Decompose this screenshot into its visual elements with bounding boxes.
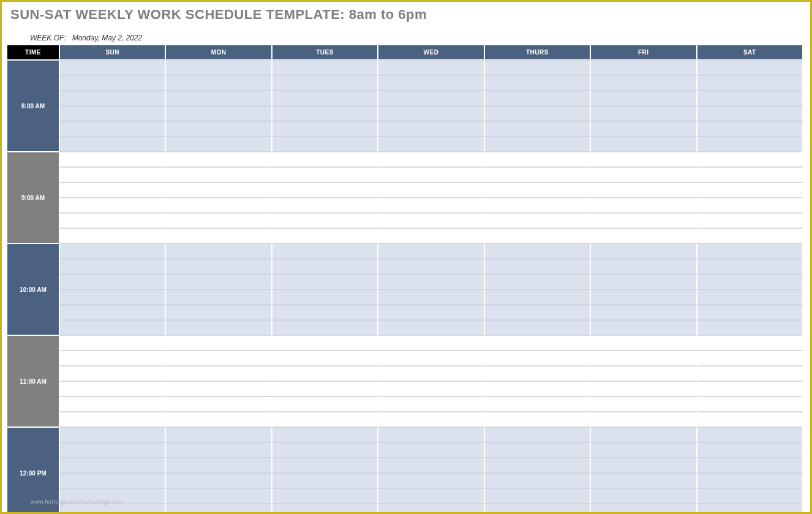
schedule-cell[interactable]: [59, 366, 165, 381]
schedule-cell[interactable]: [697, 366, 803, 381]
schedule-cell[interactable]: [590, 381, 696, 397]
schedule-cell[interactable]: [697, 182, 803, 198]
schedule-cell[interactable]: [165, 458, 271, 473]
schedule-cell[interactable]: [165, 228, 271, 244]
schedule-cell[interactable]: [697, 305, 803, 320]
schedule-cell[interactable]: [59, 75, 165, 91]
schedule-cell[interactable]: [590, 106, 696, 121]
schedule-cell[interactable]: [484, 473, 590, 488]
schedule-cell[interactable]: [59, 136, 165, 152]
schedule-cell[interactable]: [59, 473, 165, 488]
schedule-cell[interactable]: [378, 213, 484, 228]
schedule-cell[interactable]: [697, 473, 803, 488]
schedule-cell[interactable]: [165, 75, 271, 91]
schedule-cell[interactable]: [165, 442, 271, 458]
schedule-cell[interactable]: [590, 366, 696, 381]
schedule-cell[interactable]: [272, 442, 378, 458]
schedule-cell[interactable]: [378, 167, 484, 182]
schedule-cell[interactable]: [165, 274, 271, 289]
schedule-cell[interactable]: [272, 274, 378, 289]
schedule-cell[interactable]: [59, 121, 165, 136]
schedule-cell[interactable]: [378, 182, 484, 198]
schedule-cell[interactable]: [484, 504, 590, 514]
schedule-cell[interactable]: [378, 458, 484, 473]
schedule-cell[interactable]: [59, 412, 165, 427]
schedule-cell[interactable]: [165, 182, 271, 198]
schedule-cell[interactable]: [165, 91, 271, 106]
schedule-cell[interactable]: [378, 366, 484, 381]
schedule-cell[interactable]: [697, 381, 803, 397]
schedule-cell[interactable]: [484, 458, 590, 473]
schedule-cell[interactable]: [165, 106, 271, 121]
schedule-cell[interactable]: [484, 75, 590, 91]
schedule-cell[interactable]: [165, 351, 271, 366]
schedule-cell[interactable]: [697, 274, 803, 289]
schedule-cell[interactable]: [272, 198, 378, 213]
schedule-cell[interactable]: [484, 182, 590, 198]
schedule-cell[interactable]: [697, 75, 803, 91]
schedule-cell[interactable]: [59, 504, 165, 514]
schedule-cell[interactable]: [165, 488, 271, 504]
schedule-cell[interactable]: [590, 351, 696, 366]
schedule-cell[interactable]: [272, 136, 378, 152]
schedule-cell[interactable]: [697, 412, 803, 427]
schedule-cell[interactable]: [378, 504, 484, 514]
schedule-cell[interactable]: [272, 397, 378, 412]
schedule-cell[interactable]: [378, 106, 484, 121]
schedule-cell[interactable]: [272, 366, 378, 381]
schedule-cell[interactable]: [165, 305, 271, 320]
schedule-cell[interactable]: [484, 488, 590, 504]
schedule-cell[interactable]: [272, 320, 378, 335]
schedule-cell[interactable]: [165, 136, 271, 152]
schedule-cell[interactable]: [484, 320, 590, 335]
schedule-cell[interactable]: [697, 335, 803, 351]
schedule-cell[interactable]: [59, 167, 165, 182]
schedule-cell[interactable]: [378, 75, 484, 91]
schedule-cell[interactable]: [590, 412, 696, 427]
schedule-cell[interactable]: [484, 91, 590, 106]
schedule-cell[interactable]: [165, 213, 271, 228]
schedule-cell[interactable]: [484, 274, 590, 289]
schedule-cell[interactable]: [59, 320, 165, 335]
schedule-cell[interactable]: [378, 244, 484, 259]
schedule-cell[interactable]: [590, 289, 696, 305]
schedule-cell[interactable]: [378, 121, 484, 136]
schedule-cell[interactable]: [59, 106, 165, 121]
schedule-cell[interactable]: [272, 182, 378, 198]
schedule-cell[interactable]: [378, 427, 484, 442]
schedule-cell[interactable]: [378, 442, 484, 458]
schedule-cell[interactable]: [378, 228, 484, 244]
schedule-cell[interactable]: [59, 335, 165, 351]
schedule-cell[interactable]: [697, 458, 803, 473]
schedule-cell[interactable]: [59, 91, 165, 106]
schedule-cell[interactable]: [590, 473, 696, 488]
schedule-cell[interactable]: [590, 320, 696, 335]
schedule-cell[interactable]: [484, 121, 590, 136]
schedule-cell[interactable]: [378, 91, 484, 106]
schedule-cell[interactable]: [59, 381, 165, 397]
schedule-cell[interactable]: [272, 213, 378, 228]
schedule-cell[interactable]: [378, 259, 484, 274]
schedule-cell[interactable]: [484, 198, 590, 213]
schedule-cell[interactable]: [590, 335, 696, 351]
schedule-cell[interactable]: [590, 75, 696, 91]
schedule-cell[interactable]: [697, 320, 803, 335]
schedule-cell[interactable]: [697, 228, 803, 244]
schedule-cell[interactable]: [590, 458, 696, 473]
schedule-cell[interactable]: [378, 412, 484, 427]
schedule-cell[interactable]: [590, 91, 696, 106]
schedule-cell[interactable]: [59, 351, 165, 366]
schedule-cell[interactable]: [59, 60, 165, 75]
schedule-cell[interactable]: [165, 198, 271, 213]
schedule-cell[interactable]: [59, 244, 165, 259]
schedule-cell[interactable]: [697, 289, 803, 305]
schedule-cell[interactable]: [484, 167, 590, 182]
schedule-cell[interactable]: [697, 244, 803, 259]
schedule-cell[interactable]: [272, 152, 378, 167]
schedule-cell[interactable]: [165, 335, 271, 351]
schedule-cell[interactable]: [165, 473, 271, 488]
schedule-cell[interactable]: [165, 167, 271, 182]
schedule-cell[interactable]: [165, 412, 271, 427]
schedule-cell[interactable]: [272, 60, 378, 75]
schedule-cell[interactable]: [272, 121, 378, 136]
